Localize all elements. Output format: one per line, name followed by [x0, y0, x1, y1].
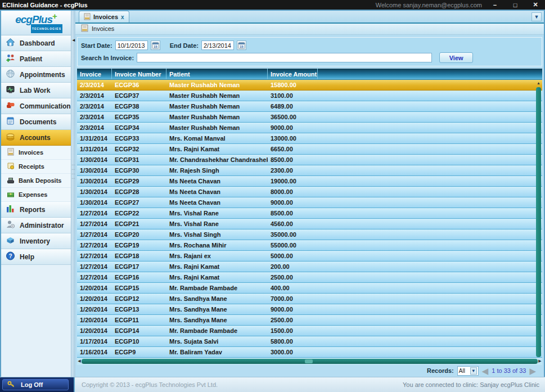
sidebar-empty-area [1, 265, 71, 377]
table-row[interactable]: 1/27/2014ECGP21Mrs. Vishal Rane4560.00 [77, 219, 542, 229]
cell-invoice-amount: 5800.00 [268, 336, 318, 346]
cell-empty [318, 112, 542, 122]
sidebar-item-documents[interactable]: Documents [1, 114, 71, 130]
table-row[interactable]: 1/20/2014ECGP11Mrs. Sandhya Mane2500.00 [77, 315, 542, 326]
end-date-calendar-icon[interactable]: 15 [237, 40, 246, 50]
filter-panel: Start Date: 15 End Date: 15 Search In In… [77, 37, 542, 66]
table-row[interactable]: 1/27/2014ECGP19Mrs. Rochana Mihir55000.0… [77, 240, 542, 251]
cell-invoice-date: 1/27/2014 [77, 251, 112, 261]
table-row[interactable]: 1/30/2014ECGP29Ms Neeta Chavan19000.00 [77, 176, 542, 187]
close-button[interactable]: ✕ [528, 1, 543, 8]
sidebar-item-receipts[interactable]: Receipts [1, 160, 71, 174]
sidebar-item-label: Communication [20, 102, 71, 110]
cell-invoice-amount: 8000.00 [268, 187, 318, 197]
cell-invoice-amount: 5000.00 [268, 251, 318, 261]
sidebar-item-patient[interactable]: Patient [1, 51, 71, 67]
tab-close-icon[interactable]: x [121, 14, 124, 20]
cell-invoice-date: 1/27/2014 [77, 229, 112, 240]
sidebar-item-help[interactable]: ?Help [1, 249, 71, 265]
sidebar-item-reports[interactable]: Reports [1, 202, 71, 218]
cell-patient: Mr. Chandrashekhar Chandrashekhar [166, 155, 268, 165]
cell-empty [318, 219, 542, 229]
table-row[interactable]: 1/20/2014ECGP15Mr. Rambade Rambade400.00 [77, 283, 542, 294]
horizontal-scrollbar[interactable]: ◀ ▶ [77, 358, 542, 365]
cell-patient: Mr. Baliram Yadav [166, 347, 268, 357]
sidebar-item-communication[interactable]: Communication [1, 98, 71, 114]
table-row[interactable]: 1/30/2014ECGP30Mr. Rajesh Singh2300.00 [77, 165, 542, 176]
cell-patient: Mrs. Vishal Rane [166, 208, 268, 218]
vertical-scrollbar[interactable]: ▲ [535, 80, 542, 357]
sidebar-item-bank-deposits[interactable]: Bank Deposits [1, 174, 71, 188]
scroll-up-icon[interactable]: ▲ [537, 80, 541, 86]
table-row[interactable]: 1/16/2014ECGP9Mr. Baliram Yadav3000.00 [77, 347, 542, 358]
table-row[interactable]: 2/3/2014ECGP36Master Rushabh Neman15800.… [77, 80, 542, 91]
previous-page-button[interactable]: ◀ [482, 367, 489, 375]
sidebar-item-dashboard[interactable]: Dashboard [1, 35, 71, 51]
cell-invoice-date: 1/31/2014 [77, 133, 112, 143]
start-date-calendar-icon[interactable]: 15 [151, 40, 160, 50]
table-row[interactable]: 2/3/2014ECGP35Master Rushabh Neman36500.… [77, 112, 542, 123]
table-row[interactable]: 1/20/2014ECGP13Mrs. Sandhya Mane9000.00 [77, 304, 542, 315]
scroll-right-icon[interactable]: ▶ [538, 359, 542, 363]
tab-list-dropdown-button[interactable]: ▼ [532, 12, 542, 21]
sidebar-item-lab-work[interactable]: Lab Work [1, 83, 71, 98]
table-row[interactable]: 1/27/2014ECGP17Mrs. Rajni Kamat200.00 [77, 262, 542, 272]
table-row[interactable]: 2/3/2014ECGP37Master Rushabh Neman3100.0… [77, 91, 542, 101]
cell-empty [318, 347, 542, 357]
cell-invoice-number: ECGP15 [112, 283, 166, 293]
splitter-grip-icon: ⋮⋮⋮⋮ [73, 163, 75, 181]
maximize-button[interactable]: □ [508, 2, 523, 8]
expenses-icon [7, 190, 15, 199]
sidebar-item-accounts[interactable]: Accounts [1, 130, 71, 146]
tab-invoices[interactable]: Invoices x [79, 11, 129, 22]
start-date-input[interactable] [115, 40, 148, 50]
records-select-value: All [459, 368, 465, 374]
end-date-input[interactable] [201, 40, 234, 50]
scroll-left-icon[interactable]: ◀ [77, 359, 82, 363]
table-row[interactable]: 1/27/2014ECGP20Mrs. Vishal Singh35000.00 [77, 229, 542, 240]
cell-invoice-number: ECGP10 [112, 336, 166, 346]
table-row[interactable]: 1/20/2014ECGP14Mr. Rambade Rambade1500.0… [77, 326, 542, 336]
search-in-invoice-input[interactable] [137, 53, 432, 62]
table-row[interactable]: 1/30/2014ECGP31Mr. Chandrashekhar Chandr… [77, 155, 542, 165]
sidebar-item-invoices[interactable]: Invoices [1, 146, 71, 160]
cell-invoice-date: 2/3/2014 [77, 80, 112, 90]
column-header-empty[interactable] [318, 69, 542, 79]
column-header-invoice-number[interactable]: Invoice Number [112, 69, 166, 79]
table-row[interactable]: 2/3/2014ECGP34Master Rushabh Neman9000.0… [77, 123, 542, 133]
records-per-page-select[interactable]: All ▼ [457, 366, 479, 376]
cell-empty [318, 80, 542, 90]
cell-patient: Mrs. Rajni Kamat [166, 272, 268, 282]
logo-plus-icon: + [52, 11, 57, 21]
sidebar-item-expenses[interactable]: Expenses [1, 188, 71, 202]
cell-empty [318, 133, 542, 143]
vertical-scrollbar-thumb[interactable] [536, 87, 541, 357]
next-page-button[interactable]: ▶ [529, 367, 536, 375]
cell-invoice-number: ECGP9 [112, 347, 166, 357]
cell-invoice-number: ECGP29 [112, 176, 166, 186]
view-button[interactable]: View [439, 52, 473, 63]
sidebar-item-appointments[interactable]: Appointments [1, 67, 71, 83]
table-row[interactable]: 1/30/2014ECGP28Ms Neeta Chavan8000.00 [77, 187, 542, 197]
table-row[interactable]: 1/31/2014ECGP32Mrs. Rajni Kamat6650.00 [77, 144, 542, 155]
cell-patient: Mrs. Sandhya Mane [166, 304, 268, 314]
table-row[interactable]: 1/27/2014ECGP16Mrs. Rajni Kamat2500.00 [77, 272, 542, 283]
log-off-button[interactable]: Log Off [2, 379, 69, 390]
table-row[interactable]: 2/3/2014ECGP38Master Rushabh Neman6489.0… [77, 101, 542, 112]
table-row[interactable]: 1/20/2014ECGP12Mrs. Sandhya Mane7000.00 [77, 294, 542, 304]
minimize-button[interactable]: − [488, 2, 502, 8]
table-row[interactable]: 1/31/2014ECGP33Mrs. Komal Manval13000.00 [77, 133, 542, 144]
table-row[interactable]: 1/27/2014ECGP18Mrs. Rajani ex5000.00 [77, 251, 542, 262]
column-header-invoice-amount[interactable]: Invoice Amount [268, 69, 318, 79]
column-header-patient[interactable]: Patient [166, 69, 268, 79]
table-header-row: Invoice DateInvoice NumberPatientInvoice… [77, 69, 542, 80]
column-header-invoice-date[interactable]: Invoice Date [77, 69, 112, 79]
table-row[interactable]: 1/17/2014ECGP10Mrs. Sujata Salvi5800.00 [77, 336, 542, 347]
sidebar-item-label: Patient [20, 55, 42, 63]
table-row[interactable]: 1/27/2014ECGP22Mrs. Vishal Rane8500.00 [77, 208, 542, 219]
horizontal-scrollbar-thumb[interactable] [82, 359, 538, 364]
table-row[interactable]: 1/30/2014ECGP27Ms Neeta Chavan9000.00 [77, 197, 542, 208]
sidebar-item-administrator[interactable]: Administrator [1, 218, 71, 233]
sidebar-item-inventory[interactable]: Inventory [1, 233, 71, 249]
sidebar-splitter[interactable]: ◄ ⋮⋮⋮⋮ [71, 11, 75, 377]
